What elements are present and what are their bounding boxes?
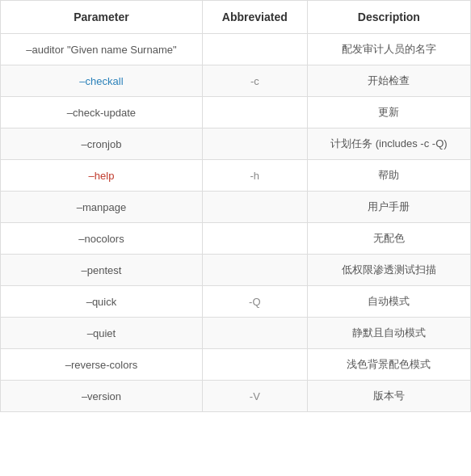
abbreviated-cell [202,97,307,128]
table-row: –check-update更新 [1,97,471,128]
abbreviated-cell: -h [202,160,307,192]
description-cell: 开始检查 [307,65,470,97]
param-cell: –quick [1,286,203,318]
abbreviated-cell [202,192,307,223]
abbreviated-cell [202,349,307,381]
description-cell: 低权限渗透测试扫描 [307,255,470,286]
parameters-table: Parameter Abbreviated Description –audit… [0,0,471,412]
table-row: –help-h帮助 [1,160,471,192]
description-cell: 静默且自动模式 [307,318,470,349]
table-row: –checkall-c开始检查 [1,65,471,97]
description-cell: 用户手册 [307,192,470,223]
table-row: –cronjob计划任务 (includes -c -Q) [1,128,471,160]
abbreviated-cell [202,255,307,286]
description-cell: 帮助 [307,160,470,192]
param-cell: –auditor "Given name Surname" [1,34,203,65]
table-row: –version-V版本号 [1,381,471,412]
description-cell: 配发审计人员的名字 [307,34,470,65]
param-cell: –pentest [1,255,203,286]
param-cell: –cronjob [1,128,203,160]
description-cell: 自动模式 [307,286,470,318]
param-cell: –reverse-colors [1,349,203,381]
param-cell: –help [1,160,203,192]
param-cell: –quiet [1,318,203,349]
abbreviated-cell: -Q [202,286,307,318]
param-cell: –manpage [1,192,203,223]
description-cell: 更新 [307,97,470,128]
description-cell: 版本号 [307,381,470,412]
abbreviated-cell: -c [202,65,307,97]
col-abbreviated-header: Abbreviated [202,1,307,34]
abbreviated-cell: -V [202,381,307,412]
table-row: –nocolors无配色 [1,223,471,255]
description-cell: 无配色 [307,223,470,255]
table-row: –auditor "Given name Surname"配发审计人员的名字 [1,34,471,65]
param-cell: –nocolors [1,223,203,255]
param-cell: –checkall [1,65,203,97]
table-row: –manpage用户手册 [1,192,471,223]
table-row: –reverse-colors浅色背景配色模式 [1,349,471,381]
abbreviated-cell [202,318,307,349]
abbreviated-cell [202,34,307,65]
table-row: –quiet静默且自动模式 [1,318,471,349]
param-cell: –version [1,381,203,412]
table-row: –pentest低权限渗透测试扫描 [1,255,471,286]
table-row: –quick-Q自动模式 [1,286,471,318]
abbreviated-cell [202,128,307,160]
description-cell: 浅色背景配色模式 [307,349,470,381]
table-header-row: Parameter Abbreviated Description [1,1,471,34]
abbreviated-cell [202,223,307,255]
param-cell: –check-update [1,97,203,128]
col-description-header: Description [307,1,470,34]
description-cell: 计划任务 (includes -c -Q) [307,128,470,160]
col-parameter-header: Parameter [1,1,203,34]
